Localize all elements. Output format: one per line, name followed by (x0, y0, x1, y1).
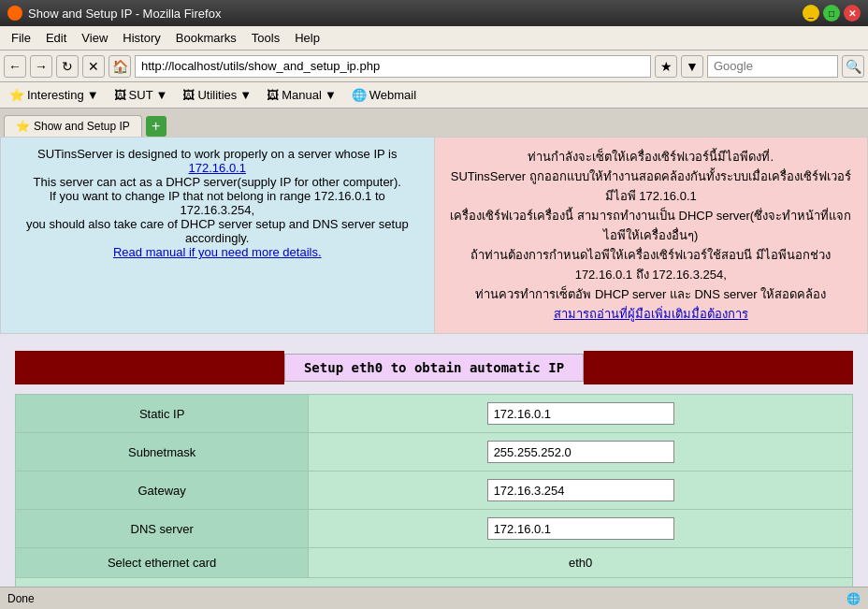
search-input[interactable] (707, 55, 838, 78)
bookmark-star[interactable]: ★ (655, 55, 677, 78)
bookmark-webmail[interactable]: 🌐 Webmail (346, 86, 422, 104)
address-bar: ← → ↻ ✕ 🏠 ★ ▼ 🔍 (0, 51, 868, 82)
info-right-link[interactable]: สามารถอ่านที่ผู้มือเพิ่มเติมมื่อต้องการ (554, 307, 748, 321)
bookmarks-bar: ⭐ Interesting ▼ 🖼 SUT ▼ 🖼 Utilities ▼ 🖼 … (0, 82, 868, 109)
menu-help[interactable]: Help (287, 29, 327, 47)
main-content: SUTinsServer is designed to work properl… (0, 137, 868, 587)
manual-icon: 🖼 (267, 88, 279, 102)
menu-bookmarks[interactable]: Bookmarks (168, 29, 244, 47)
table-row: Subnetmask (16, 433, 853, 471)
table-row: Select ethernet card eth0 (16, 548, 853, 578)
gateway-cell (309, 471, 853, 510)
table-row: Gateway (16, 471, 853, 510)
interesting-icon: ⭐ (9, 88, 24, 102)
stop-button[interactable]: ✕ (82, 55, 105, 78)
info-right-line5: ท่านควรทำการเซ็ตอัพ DHCP server และ DNS … (448, 284, 855, 304)
bookmark-arrow[interactable]: ▼ (681, 55, 703, 78)
gateway-input[interactable] (487, 479, 674, 501)
dns-label: DNS server (16, 510, 309, 548)
manual-arrow: ▼ (325, 88, 337, 102)
back-button[interactable]: ← (4, 55, 26, 78)
bookmark-sut[interactable]: 🖼 SUT ▼ (108, 86, 174, 104)
status-bar: Done 🌐 (0, 587, 868, 609)
info-section: SUTinsServer is designed to work properl… (0, 137, 868, 334)
menu-bar: File Edit View History Bookmarks Tools H… (0, 26, 868, 51)
subnetmask-cell (309, 433, 853, 471)
title-bar: Show and Setup IP - Mozilla Firefox _ □ … (0, 0, 868, 26)
window-controls: _ □ ✕ (803, 5, 861, 22)
menu-file[interactable]: File (4, 29, 38, 47)
setup-header-label: Setup eth0 to obtain automatic IP (284, 354, 584, 382)
info-right-line3: เครื่องเซิร์ฟเวอร์เครื่องนี้ สามารถทำงาน… (448, 206, 855, 245)
status-text: Done (7, 592, 35, 605)
utilities-icon: 🖼 (182, 88, 195, 102)
tab-label: Show and Setup IP (34, 120, 130, 133)
close-button[interactable]: ✕ (844, 5, 861, 22)
ethernet-value: eth0 (309, 548, 853, 578)
static-ip-input[interactable] (487, 402, 674, 425)
setup-header: Setup eth0 to obtain automatic IP (15, 351, 853, 384)
header-dark-right (584, 351, 853, 384)
form-table: Static IP Subnetmask Gateway DNS server (15, 394, 853, 587)
static-ip-label: Static IP (16, 395, 309, 433)
header-dark-left (15, 351, 284, 384)
info-right-line4: ถ้าท่านต้องการกำหนดไอพีให้เครื่องเซิร์ฟเ… (448, 245, 855, 284)
manual-label: Manual (282, 88, 322, 102)
gateway-label: Gateway (16, 471, 309, 510)
main-tab[interactable]: ⭐ Show and Setup IP (4, 115, 142, 137)
sut-arrow: ▼ (156, 88, 168, 102)
submit-row: Enable the setup (16, 578, 853, 587)
status-right-icon: 🌐 (846, 592, 861, 605)
refresh-button[interactable]: ↻ (56, 55, 79, 78)
info-left-line1: SUTinsServer is designed to work properl… (14, 147, 421, 161)
static-ip-cell (309, 395, 853, 433)
tab-icon: ⭐ (16, 120, 30, 133)
tab-bar: ⭐ Show and Setup IP + (0, 109, 868, 137)
utilities-arrow: ▼ (239, 88, 252, 102)
menu-view[interactable]: View (74, 29, 115, 47)
bookmark-utilities[interactable]: 🖼 Utilities ▼ (177, 86, 257, 104)
sut-icon: 🖼 (114, 88, 126, 102)
info-left-line2: This server can act as a DHCP server(sup… (14, 175, 421, 189)
info-left-line4: you should also take care of DHCP server… (14, 217, 421, 245)
submit-cell: Enable the setup (16, 578, 853, 587)
webmail-label: Webmail (369, 88, 416, 102)
info-right-line2: SUTinsServer ถูกออกแบบให้ทำงานสอดคล้องกั… (448, 167, 855, 206)
dns-cell (309, 510, 853, 548)
table-row: DNS server (16, 510, 853, 548)
ethernet-label: Select ethernet card (16, 548, 309, 578)
forward-button[interactable]: → (30, 55, 52, 78)
subnetmask-input[interactable] (487, 441, 674, 463)
info-left: SUTinsServer is designed to work properl… (1, 138, 435, 333)
table-row: Static IP (16, 395, 853, 433)
info-right: ท่านกำลังจะเซ็ตให้เครื่องเซิร์ฟเวอร์นี้ม… (435, 138, 868, 333)
subnetmask-label: Subnetmask (16, 433, 309, 471)
bookmark-interesting[interactable]: ⭐ Interesting ▼ (4, 86, 105, 104)
info-left-link[interactable]: Read manual if you need more details. (113, 245, 322, 259)
interesting-arrow: ▼ (87, 88, 99, 102)
menu-tools[interactable]: Tools (244, 29, 287, 47)
bookmark-manual[interactable]: 🖼 Manual ▼ (261, 86, 342, 104)
dns-input[interactable] (487, 517, 674, 540)
interesting-label: Interesting (27, 88, 84, 102)
window-icon (7, 6, 22, 21)
info-left-line3: If you want to change IP that not belong… (14, 189, 421, 217)
sut-label: SUT (129, 88, 153, 102)
info-left-ip1[interactable]: 172.16.0.1 (189, 161, 246, 175)
search-button[interactable]: 🔍 (842, 55, 864, 78)
menu-history[interactable]: History (115, 29, 167, 47)
add-tab-button[interactable]: + (146, 116, 166, 137)
info-right-line1: ท่านกำลังจะเซ็ตให้เครื่องเซิร์ฟเวอร์นี้ม… (448, 147, 855, 167)
url-input[interactable] (135, 55, 651, 78)
webmail-icon: 🌐 (352, 88, 367, 102)
menu-edit[interactable]: Edit (38, 29, 74, 47)
minimize-button[interactable]: _ (803, 5, 819, 22)
home-button[interactable]: 🏠 (108, 55, 131, 78)
maximize-button[interactable]: □ (823, 5, 840, 22)
form-section: Setup eth0 to obtain automatic IP Static… (0, 334, 868, 587)
window-title: Show and Setup IP - Mozilla Firefox (28, 7, 803, 21)
utilities-label: Utilities (197, 88, 237, 102)
